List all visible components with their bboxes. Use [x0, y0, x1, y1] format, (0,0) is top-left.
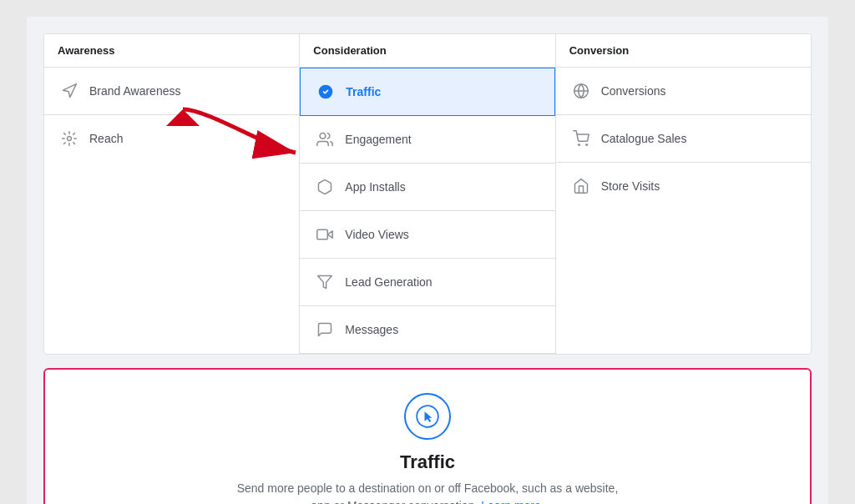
learn-more-link[interactable]: Learn more.: [481, 499, 544, 504]
awareness-header: Awareness: [44, 34, 299, 68]
svg-line-6: [73, 143, 75, 144]
store-visits-item[interactable]: Store Visits: [556, 163, 811, 209]
messages-icon: [313, 318, 336, 341]
conversions-item[interactable]: Conversions: [556, 68, 811, 115]
catalogue-sales-item[interactable]: Catalogue Sales: [556, 115, 811, 163]
app-installs-label: App Installs: [345, 180, 405, 194]
detail-box: Traffic Send more people to a destinatio…: [43, 368, 812, 504]
engagement-item[interactable]: Engagement: [300, 116, 554, 164]
conversion-header: Conversion: [556, 34, 811, 68]
svg-line-5: [64, 134, 66, 135]
brand-awareness-label: Brand Awareness: [89, 84, 180, 98]
svg-point-0: [68, 137, 72, 141]
catalogue-sales-label: Catalogue Sales: [601, 132, 687, 145]
traffic-item[interactable]: Traffic: [300, 68, 554, 116]
reach-label: Reach: [89, 132, 123, 145]
svg-marker-13: [318, 276, 332, 289]
svg-line-8: [73, 134, 75, 135]
megaphone-icon: [58, 79, 81, 103]
svg-line-7: [64, 143, 66, 144]
engagement-label: Engagement: [345, 133, 411, 146]
page-container: Awareness Brand Awareness: [27, 17, 828, 504]
engagement-icon: [313, 128, 336, 151]
reach-item[interactable]: Reach: [44, 115, 299, 162]
lead-generation-icon: [313, 270, 336, 294]
svg-point-10: [320, 134, 326, 139]
lead-generation-label: Lead Generation: [345, 275, 432, 289]
app-installs-icon: [313, 175, 336, 199]
reach-icon: [58, 127, 81, 150]
svg-rect-12: [317, 229, 328, 239]
consideration-column: Consideration Traffic: [300, 34, 555, 354]
objective-grid: Awareness Brand Awareness: [43, 33, 812, 355]
video-views-item[interactable]: Video Views: [300, 211, 554, 259]
store-visits-label: Store Visits: [601, 179, 660, 193]
awareness-column: Awareness Brand Awareness: [44, 34, 300, 354]
consideration-header: Consideration: [300, 34, 554, 68]
traffic-label: Traffic: [346, 85, 381, 98]
svg-marker-11: [328, 231, 333, 238]
conversion-column: Conversion Conversions: [556, 34, 811, 354]
detail-icon-circle: [404, 393, 451, 440]
video-views-icon: [313, 223, 336, 246]
catalogue-sales-icon: [569, 127, 593, 150]
brand-awareness-item[interactable]: Brand Awareness: [44, 68, 299, 115]
app-installs-item[interactable]: App Installs: [300, 164, 554, 211]
store-visits-icon: [569, 174, 593, 198]
messages-label: Messages: [345, 323, 398, 336]
detail-title: Traffic: [400, 451, 455, 473]
lead-generation-item[interactable]: Lead Generation: [300, 259, 554, 306]
conversions-label: Conversions: [601, 84, 666, 98]
video-views-label: Video Views: [345, 228, 409, 241]
svg-point-18: [578, 144, 579, 146]
svg-point-19: [585, 144, 587, 146]
detail-description: Send more people to a destination on or …: [227, 480, 628, 504]
conversions-icon: [569, 79, 593, 103]
traffic-icon: [314, 80, 337, 103]
messages-item[interactable]: Messages: [300, 306, 554, 354]
